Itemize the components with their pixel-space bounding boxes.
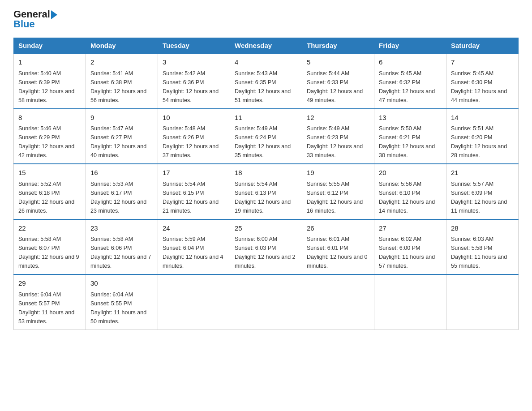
day-info: Sunrise: 6:01 AMSunset: 6:01 PMDaylight:… bbox=[307, 235, 369, 270]
day-info: Sunrise: 6:04 AMSunset: 5:57 PMDaylight:… bbox=[18, 290, 81, 326]
calendar-cell: 25 Sunrise: 6:00 AMSunset: 6:03 PMDaylig… bbox=[230, 219, 302, 275]
day-number: 9 bbox=[90, 113, 153, 123]
day-info: Sunrise: 5:58 AMSunset: 6:07 PMDaylight:… bbox=[18, 235, 81, 270]
calendar-cell: 9 Sunrise: 5:47 AMSunset: 6:27 PMDayligh… bbox=[86, 109, 158, 164]
calendar-cell bbox=[158, 274, 230, 330]
calendar-cell: 27 Sunrise: 6:02 AMSunset: 6:00 PMDaylig… bbox=[374, 219, 446, 275]
calendar-cell: 11 Sunrise: 5:49 AMSunset: 6:24 PMDaylig… bbox=[230, 109, 302, 164]
calendar-cell: 4 Sunrise: 5:43 AMSunset: 6:35 PMDayligh… bbox=[230, 53, 302, 109]
column-header-wednesday: Wednesday bbox=[230, 38, 302, 54]
calendar-week-row: 22 Sunrise: 5:58 AMSunset: 6:07 PMDaylig… bbox=[14, 219, 519, 275]
calendar-cell: 8 Sunrise: 5:46 AMSunset: 6:29 PMDayligh… bbox=[14, 109, 86, 164]
column-header-friday: Friday bbox=[374, 38, 446, 54]
day-number: 24 bbox=[163, 223, 225, 234]
day-info: Sunrise: 6:04 AMSunset: 5:55 PMDaylight:… bbox=[90, 290, 153, 326]
day-info: Sunrise: 5:48 AMSunset: 6:26 PMDaylight:… bbox=[163, 124, 225, 160]
day-number: 23 bbox=[90, 223, 153, 234]
day-number: 15 bbox=[18, 168, 81, 178]
day-number: 26 bbox=[307, 223, 369, 234]
calendar-cell: 30 Sunrise: 6:04 AMSunset: 5:55 PMDaylig… bbox=[86, 274, 158, 330]
calendar-cell: 24 Sunrise: 5:59 AMSunset: 6:04 PMDaylig… bbox=[158, 219, 230, 275]
calendar-week-row: 1 Sunrise: 5:40 AMSunset: 6:39 PMDayligh… bbox=[14, 53, 519, 109]
calendar-cell: 26 Sunrise: 6:01 AMSunset: 6:01 PMDaylig… bbox=[302, 219, 374, 275]
column-header-tuesday: Tuesday bbox=[158, 38, 230, 54]
day-info: Sunrise: 5:51 AMSunset: 6:20 PMDaylight:… bbox=[451, 124, 514, 160]
day-info: Sunrise: 5:49 AMSunset: 6:23 PMDaylight:… bbox=[307, 124, 369, 160]
day-info: Sunrise: 6:03 AMSunset: 5:58 PMDaylight:… bbox=[451, 235, 514, 270]
calendar-cell: 1 Sunrise: 5:40 AMSunset: 6:39 PMDayligh… bbox=[14, 53, 86, 109]
calendar-cell: 20 Sunrise: 5:56 AMSunset: 6:10 PMDaylig… bbox=[374, 164, 446, 219]
day-number: 19 bbox=[307, 168, 369, 178]
calendar-cell: 14 Sunrise: 5:51 AMSunset: 6:20 PMDaylig… bbox=[446, 109, 519, 164]
day-info: Sunrise: 5:53 AMSunset: 6:17 PMDaylight:… bbox=[90, 180, 153, 215]
calendar-cell: 5 Sunrise: 5:44 AMSunset: 6:33 PMDayligh… bbox=[302, 53, 374, 109]
calendar-cell: 2 Sunrise: 5:41 AMSunset: 6:38 PMDayligh… bbox=[86, 53, 158, 109]
calendar-week-row: 15 Sunrise: 5:52 AMSunset: 6:18 PMDaylig… bbox=[14, 164, 519, 219]
calendar-cell: 23 Sunrise: 5:58 AMSunset: 6:06 PMDaylig… bbox=[86, 219, 158, 275]
day-number: 30 bbox=[90, 278, 153, 289]
column-header-saturday: Saturday bbox=[446, 38, 519, 54]
day-number: 27 bbox=[379, 223, 442, 234]
calendar-week-row: 29 Sunrise: 6:04 AMSunset: 5:57 PMDaylig… bbox=[14, 274, 519, 330]
day-number: 7 bbox=[451, 57, 514, 68]
calendar-cell: 29 Sunrise: 6:04 AMSunset: 5:57 PMDaylig… bbox=[14, 274, 86, 330]
calendar-cell: 7 Sunrise: 5:45 AMSunset: 6:30 PMDayligh… bbox=[446, 53, 519, 109]
day-number: 4 bbox=[235, 57, 297, 68]
day-info: Sunrise: 5:49 AMSunset: 6:24 PMDaylight:… bbox=[235, 124, 297, 160]
day-info: Sunrise: 5:47 AMSunset: 6:27 PMDaylight:… bbox=[90, 124, 153, 160]
day-info: Sunrise: 5:54 AMSunset: 6:13 PMDaylight:… bbox=[235, 180, 297, 215]
calendar-cell: 3 Sunrise: 5:42 AMSunset: 6:36 PMDayligh… bbox=[158, 53, 230, 109]
day-number: 22 bbox=[18, 223, 81, 234]
day-info: Sunrise: 5:45 AMSunset: 6:32 PMDaylight:… bbox=[379, 69, 442, 105]
day-number: 3 bbox=[163, 57, 225, 68]
day-number: 14 bbox=[451, 113, 514, 123]
day-info: Sunrise: 5:54 AMSunset: 6:15 PMDaylight:… bbox=[163, 180, 225, 215]
day-info: Sunrise: 5:45 AMSunset: 6:30 PMDaylight:… bbox=[451, 69, 514, 105]
day-info: Sunrise: 5:52 AMSunset: 6:18 PMDaylight:… bbox=[18, 180, 81, 215]
calendar-cell: 19 Sunrise: 5:55 AMSunset: 6:12 PMDaylig… bbox=[302, 164, 374, 219]
day-info: Sunrise: 5:44 AMSunset: 6:33 PMDaylight:… bbox=[307, 69, 369, 105]
day-info: Sunrise: 5:57 AMSunset: 6:09 PMDaylight:… bbox=[451, 180, 514, 215]
day-number: 20 bbox=[379, 168, 442, 178]
calendar-week-row: 8 Sunrise: 5:46 AMSunset: 6:29 PMDayligh… bbox=[14, 109, 519, 164]
calendar-table: SundayMondayTuesdayWednesdayThursdayFrid… bbox=[13, 38, 519, 330]
day-info: Sunrise: 5:41 AMSunset: 6:38 PMDaylight:… bbox=[90, 69, 153, 105]
day-number: 13 bbox=[379, 113, 442, 123]
day-info: Sunrise: 5:40 AMSunset: 6:39 PMDaylight:… bbox=[18, 69, 81, 105]
day-info: Sunrise: 5:46 AMSunset: 6:29 PMDaylight:… bbox=[18, 124, 81, 160]
day-info: Sunrise: 5:43 AMSunset: 6:35 PMDaylight:… bbox=[235, 69, 297, 105]
day-info: Sunrise: 5:56 AMSunset: 6:10 PMDaylight:… bbox=[379, 180, 442, 215]
page-header: General Blue bbox=[13, 9, 519, 30]
day-number: 25 bbox=[235, 223, 297, 234]
calendar-cell: 21 Sunrise: 5:57 AMSunset: 6:09 PMDaylig… bbox=[446, 164, 519, 219]
calendar-cell: 6 Sunrise: 5:45 AMSunset: 6:32 PMDayligh… bbox=[374, 53, 446, 109]
calendar-cell: 17 Sunrise: 5:54 AMSunset: 6:15 PMDaylig… bbox=[158, 164, 230, 219]
calendar-cell: 13 Sunrise: 5:50 AMSunset: 6:21 PMDaylig… bbox=[374, 109, 446, 164]
day-number: 28 bbox=[451, 223, 514, 234]
day-number: 10 bbox=[163, 113, 225, 123]
day-number: 8 bbox=[18, 113, 81, 123]
logo-text: General Blue bbox=[13, 9, 57, 30]
calendar-header-row: SundayMondayTuesdayWednesdayThursdayFrid… bbox=[14, 38, 519, 54]
day-number: 18 bbox=[235, 168, 297, 178]
calendar-cell: 15 Sunrise: 5:52 AMSunset: 6:18 PMDaylig… bbox=[14, 164, 86, 219]
day-info: Sunrise: 5:50 AMSunset: 6:21 PMDaylight:… bbox=[379, 124, 442, 160]
calendar-cell: 10 Sunrise: 5:48 AMSunset: 6:26 PMDaylig… bbox=[158, 109, 230, 164]
day-number: 21 bbox=[451, 168, 514, 178]
column-header-monday: Monday bbox=[86, 38, 158, 54]
day-number: 11 bbox=[235, 113, 297, 123]
calendar-cell bbox=[230, 274, 302, 330]
logo-blue-text: Blue bbox=[13, 18, 35, 30]
day-info: Sunrise: 5:59 AMSunset: 6:04 PMDaylight:… bbox=[163, 235, 225, 270]
calendar-cell bbox=[374, 274, 446, 330]
day-number: 17 bbox=[163, 168, 225, 178]
logo-arrow-icon bbox=[51, 10, 57, 19]
day-number: 2 bbox=[90, 57, 153, 68]
day-number: 16 bbox=[90, 168, 153, 178]
calendar-cell: 16 Sunrise: 5:53 AMSunset: 6:17 PMDaylig… bbox=[86, 164, 158, 219]
calendar-cell: 22 Sunrise: 5:58 AMSunset: 6:07 PMDaylig… bbox=[14, 219, 86, 275]
day-number: 12 bbox=[307, 113, 369, 123]
calendar-cell: 28 Sunrise: 6:03 AMSunset: 5:58 PMDaylig… bbox=[446, 219, 519, 275]
calendar-cell bbox=[446, 274, 519, 330]
calendar-cell: 18 Sunrise: 5:54 AMSunset: 6:13 PMDaylig… bbox=[230, 164, 302, 219]
